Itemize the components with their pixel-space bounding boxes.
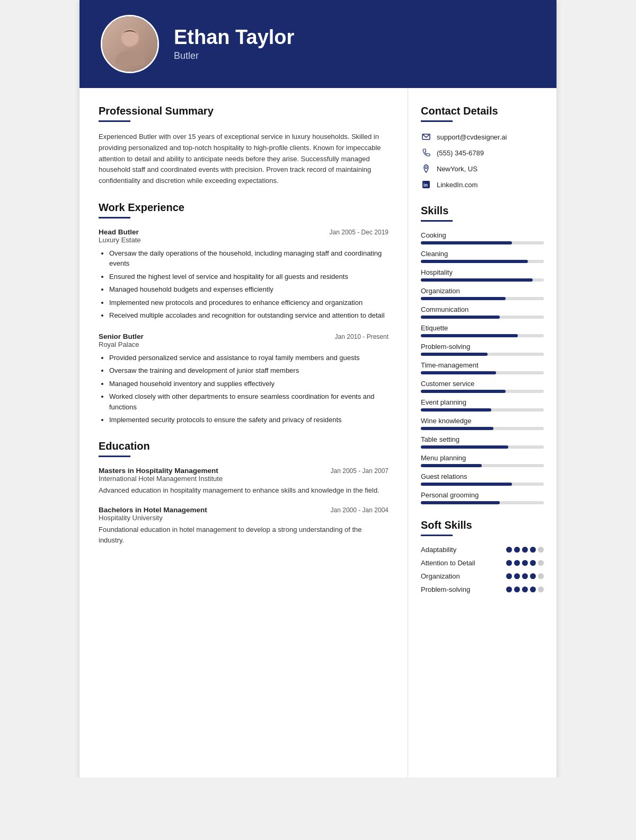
svg-text:in: in xyxy=(423,182,428,188)
dot-filled xyxy=(506,560,512,566)
job-header: Head Butler Jan 2005 - Dec 2019 xyxy=(99,228,388,236)
skill-filled xyxy=(421,371,496,374)
skill-filled xyxy=(421,483,512,486)
edu-date: Jan 2000 - Jan 2004 xyxy=(331,506,388,514)
job-bullets: Oversaw the daily operations of the hous… xyxy=(99,248,388,321)
edu-divider xyxy=(99,456,130,457)
skill-bar xyxy=(421,371,544,374)
dots-container xyxy=(506,547,544,553)
skill-name: Personal grooming xyxy=(421,491,544,499)
job-bullet: Worked closely with other departments to… xyxy=(109,391,388,412)
skill-bar xyxy=(421,353,544,356)
contact-item: support@cvdesigner.ai xyxy=(421,132,544,142)
skill-item: Etiquette xyxy=(421,324,544,337)
contact-item: (555) 345-6789 xyxy=(421,147,544,158)
skill-empty xyxy=(493,408,544,412)
skill-item: Cooking xyxy=(421,231,544,244)
skill-name: Cleaning xyxy=(421,250,544,258)
skill-filled xyxy=(421,278,533,282)
dot-filled xyxy=(530,560,536,566)
skill-empty xyxy=(514,241,544,244)
phone-icon xyxy=(421,147,431,158)
skill-name: Hospitality xyxy=(421,268,544,276)
skill-empty xyxy=(534,278,544,282)
skill-bar xyxy=(421,501,544,504)
skills-divider xyxy=(421,220,453,222)
dot-empty xyxy=(538,547,544,553)
soft-skill-name: Adaptability xyxy=(421,546,506,554)
dot-filled xyxy=(514,573,520,579)
job-bullet: Ensured the highest level of service and… xyxy=(109,272,388,282)
job-entry: Senior Butler Jan 2010 - Present Royal P… xyxy=(99,332,388,425)
soft-skill-name: Organization xyxy=(421,572,506,580)
dot-filled xyxy=(522,547,528,553)
location-icon xyxy=(421,163,431,174)
dot-empty xyxy=(538,573,544,579)
soft-skill-item: Adaptability xyxy=(421,546,544,554)
skill-name: Organization xyxy=(421,287,544,295)
candidate-title: Butler xyxy=(174,50,294,62)
work-experience-section: Work Experience Head Butler Jan 2005 - D… xyxy=(99,202,388,425)
soft-skill-item: Attention to Detail xyxy=(421,559,544,567)
skill-empty xyxy=(501,316,544,319)
skill-filled xyxy=(421,334,518,337)
skill-bar xyxy=(421,483,544,486)
job-title: Head Butler xyxy=(99,228,139,236)
skill-empty xyxy=(501,501,544,504)
dot-empty xyxy=(538,560,544,566)
edu-header: Masters in Hospitality Management Jan 20… xyxy=(99,467,388,475)
job-entry: Head Butler Jan 2005 - Dec 2019 Luxury E… xyxy=(99,228,388,321)
header-section: Ethan Taylor Butler xyxy=(80,0,556,88)
skill-bar xyxy=(421,334,544,337)
email-icon xyxy=(421,132,431,142)
dot-filled xyxy=(506,573,512,579)
work-divider xyxy=(99,217,130,218)
job-bullet: Implemented new protocols and procedures… xyxy=(109,298,388,308)
skill-empty xyxy=(483,464,544,467)
summary-divider xyxy=(99,120,130,122)
skill-bar xyxy=(421,427,544,430)
soft-skills-title: Soft Skills xyxy=(421,519,544,531)
skill-name: Cooking xyxy=(421,231,544,239)
edu-desc: Advanced education in hospitality manage… xyxy=(99,485,388,496)
contact-divider xyxy=(421,120,453,122)
skill-filled xyxy=(421,445,508,449)
skills-title: Skills xyxy=(421,205,544,217)
skill-item: Guest relations xyxy=(421,472,544,486)
contact-container: support@cvdesigner.ai (555) 345-6789 New… xyxy=(421,132,544,190)
education-section: Education Masters in Hospitality Managem… xyxy=(99,440,388,546)
job-header: Senior Butler Jan 2010 - Present xyxy=(99,332,388,340)
edu-title: Education xyxy=(99,440,388,452)
skill-filled xyxy=(421,260,528,263)
skills-section: Skills Cooking Cleaning Hospitality Orga… xyxy=(421,205,544,504)
resume-container: Ethan Taylor Butler Professional Summary… xyxy=(80,0,556,777)
skill-bar xyxy=(421,297,544,300)
dot-filled xyxy=(506,587,512,592)
skill-filled xyxy=(421,390,506,393)
contact-title: Contact Details xyxy=(421,105,544,117)
skill-empty xyxy=(507,390,544,393)
skill-bar xyxy=(421,445,544,449)
job-bullet: Provided personalized service and assist… xyxy=(109,353,388,363)
skill-item: Wine knowledge xyxy=(421,417,544,430)
soft-skill-item: Problem-solving xyxy=(421,585,544,593)
skill-empty xyxy=(489,353,544,356)
job-bullet: Managed household inventory and supplies… xyxy=(109,379,388,389)
dot-empty xyxy=(538,587,544,592)
svg-point-4 xyxy=(425,167,427,169)
skill-filled xyxy=(421,297,506,300)
soft-skills-container: Adaptability Attention to Detail Organiz… xyxy=(421,546,544,593)
sidebar-column: Contact Details support@cvdesigner.ai (5… xyxy=(408,88,556,777)
header-text: Ethan Taylor Butler xyxy=(174,27,294,62)
jobs-container: Head Butler Jan 2005 - Dec 2019 Luxury E… xyxy=(99,228,388,425)
edu-entry: Masters in Hospitality Management Jan 20… xyxy=(99,467,388,496)
skill-name: Event planning xyxy=(421,398,544,406)
skill-name: Problem-solving xyxy=(421,343,544,351)
skill-item: Event planning xyxy=(421,398,544,412)
contact-text: NewYork, US xyxy=(437,165,478,173)
dot-filled xyxy=(514,560,520,566)
skill-bar xyxy=(421,260,544,263)
skill-item: Cleaning xyxy=(421,250,544,263)
job-date: Jan 2010 - Present xyxy=(335,333,388,340)
skill-bar xyxy=(421,464,544,467)
